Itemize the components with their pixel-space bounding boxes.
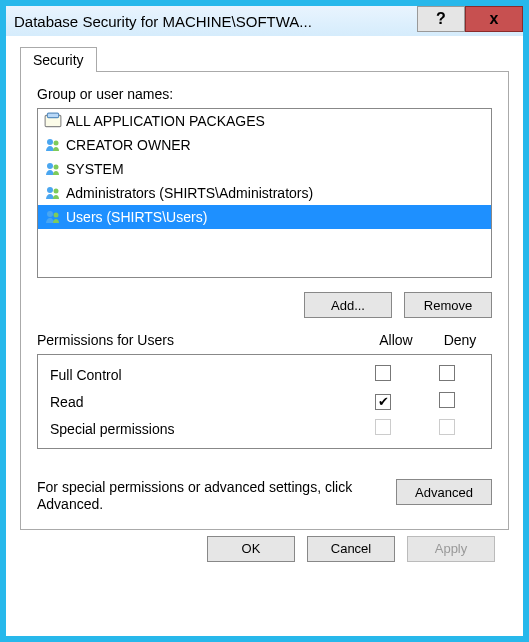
svg-point-5: [54, 165, 59, 170]
groups-label: Group or user names:: [37, 86, 492, 102]
titlebar-title: Database Security for MACHINE\SOFTWA...: [14, 13, 417, 30]
advanced-hint-text: For special permissions or advanced sett…: [37, 479, 384, 513]
permission-name: Special permissions: [50, 421, 351, 437]
remove-button[interactable]: Remove: [404, 292, 492, 318]
deny-checkbox-special: [439, 419, 455, 435]
svg-point-2: [47, 139, 53, 145]
allow-checkbox-full-control[interactable]: [375, 365, 391, 381]
svg-point-7: [54, 189, 59, 194]
svg-point-4: [47, 163, 53, 169]
apply-button: Apply: [407, 536, 495, 562]
deny-checkbox-full-control[interactable]: [439, 365, 455, 381]
permission-row: Read: [42, 388, 487, 415]
group-icon: [44, 160, 62, 178]
permission-name: Full Control: [50, 367, 351, 383]
list-item-label: CREATOR OWNER: [66, 137, 191, 153]
advanced-button[interactable]: Advanced: [396, 479, 492, 505]
allow-checkbox-read[interactable]: [375, 394, 391, 410]
help-button[interactable]: ?: [417, 6, 465, 32]
permissions-for-label: Permissions for Users: [37, 332, 344, 348]
list-item[interactable]: CREATOR OWNER: [38, 133, 491, 157]
deny-checkbox-read[interactable]: [439, 392, 455, 408]
list-item-label: ALL APPLICATION PACKAGES: [66, 113, 265, 129]
list-item-label: Administrators (SHIRTS\Administrators): [66, 185, 313, 201]
allow-column-header: Allow: [364, 332, 428, 348]
dialog-window: Database Security for MACHINE\SOFTWA... …: [0, 0, 529, 642]
group-icon: [44, 136, 62, 154]
list-item-label: Users (SHIRTS\Users): [66, 209, 207, 225]
svg-point-8: [47, 211, 53, 217]
list-item-label: SYSTEM: [66, 161, 124, 177]
svg-point-9: [54, 213, 59, 218]
package-icon: [44, 112, 62, 130]
permission-row: Special permissions: [42, 415, 487, 442]
cancel-button[interactable]: Cancel: [307, 536, 395, 562]
list-item[interactable]: Users (SHIRTS\Users): [38, 205, 491, 229]
svg-point-6: [47, 187, 53, 193]
permission-row: Full Control: [42, 361, 487, 388]
ok-button[interactable]: OK: [207, 536, 295, 562]
close-button[interactable]: x: [465, 6, 523, 32]
list-item[interactable]: ALL APPLICATION PACKAGES: [38, 109, 491, 133]
allow-checkbox-special: [375, 419, 391, 435]
permissions-header: Permissions for Users Allow Deny: [37, 332, 492, 348]
group-icon: [44, 208, 62, 226]
deny-column-header: Deny: [428, 332, 492, 348]
svg-rect-1: [47, 113, 58, 118]
group-icon: [44, 184, 62, 202]
svg-point-3: [54, 141, 59, 146]
tab-panel: Group or user names: ALL APPLICATION PAC…: [20, 71, 509, 530]
permission-name: Read: [50, 394, 351, 410]
list-item[interactable]: SYSTEM: [38, 157, 491, 181]
add-button[interactable]: Add...: [304, 292, 392, 318]
titlebar: Database Security for MACHINE\SOFTWA... …: [6, 6, 523, 36]
groups-listbox[interactable]: ALL APPLICATION PACKAGES CREATOR OWNER S…: [37, 108, 492, 278]
list-item[interactable]: Administrators (SHIRTS\Administrators): [38, 181, 491, 205]
tab-security[interactable]: Security: [20, 47, 97, 72]
permissions-list: Full Control Read Special permissions: [37, 354, 492, 449]
